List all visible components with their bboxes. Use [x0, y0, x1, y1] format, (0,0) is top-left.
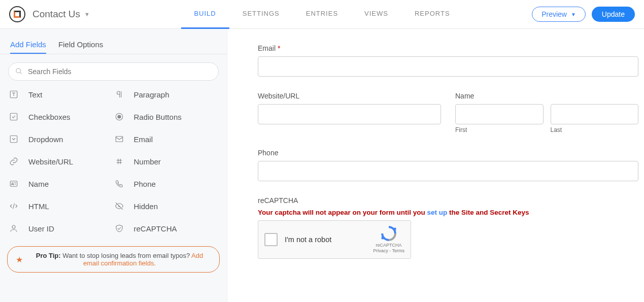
- svg-point-7: [118, 115, 121, 118]
- field-type-url[interactable]: Website/URL: [8, 156, 114, 167]
- field-type-hidden[interactable]: Hidden: [114, 200, 219, 212]
- tab-reports[interactable]: REPORTS: [401, 0, 463, 29]
- field-type-number[interactable]: Number: [114, 156, 219, 167]
- tab-settings[interactable]: SETTINGS: [229, 0, 293, 29]
- field-type-paragraph[interactable]: Paragraph: [114, 89, 219, 100]
- first-name-input[interactable]: [455, 104, 544, 124]
- email-icon: [114, 133, 125, 145]
- field-recaptcha[interactable]: reCAPTCHA Your captcha will not appear o…: [258, 196, 638, 259]
- field-website[interactable]: Website/URL: [258, 92, 441, 133]
- field-type-dropdown[interactable]: Dropdown: [8, 133, 114, 145]
- svg-rect-9: [116, 137, 123, 142]
- field-type-text[interactable]: Text: [8, 89, 114, 100]
- sidebar-tab-add-fields[interactable]: Add Fields: [10, 36, 46, 54]
- email-input[interactable]: [258, 56, 638, 77]
- protip-box: ★ Pro Tip: Want to stop losing leads fro…: [7, 246, 220, 273]
- field-phone[interactable]: Phone: [258, 149, 638, 181]
- caret-down-icon: ▼: [84, 11, 90, 17]
- svg-point-15: [12, 183, 13, 184]
- checkbox-icon: [8, 111, 19, 122]
- phone-input[interactable]: [258, 161, 638, 181]
- field-type-checkbox[interactable]: Checkboxes: [8, 111, 114, 122]
- svg-rect-8: [10, 136, 17, 143]
- field-name[interactable]: Name First Last: [455, 92, 638, 133]
- star-icon: ★: [16, 255, 23, 264]
- number-icon: [114, 156, 125, 167]
- svg-line-1: [20, 72, 21, 74]
- svg-rect-5: [10, 113, 17, 120]
- search-icon: [15, 68, 23, 77]
- caret-down-icon: ▼: [571, 12, 576, 17]
- phone-icon: [114, 178, 125, 189]
- tab-entries[interactable]: ENTRIES: [293, 0, 351, 29]
- svg-rect-14: [10, 181, 17, 187]
- hidden-icon: [114, 200, 125, 212]
- setup-link[interactable]: set up: [427, 209, 448, 216]
- dropdown-icon: [8, 133, 19, 145]
- svg-point-19: [12, 225, 15, 228]
- field-type-radio[interactable]: Radio Buttons: [114, 111, 219, 122]
- recaptcha-checkbox[interactable]: [264, 233, 278, 246]
- form-name-dropdown[interactable]: Contact Us ▼: [32, 9, 90, 20]
- tab-build[interactable]: BUILD: [181, 0, 229, 29]
- recaptcha-logo: reCAPTCHA Privacy - Terms: [373, 225, 404, 254]
- field-type-shield[interactable]: reCAPTCHA: [114, 223, 219, 234]
- svg-line-18: [13, 204, 15, 209]
- last-name-input[interactable]: [551, 104, 639, 124]
- name-icon: [8, 178, 19, 189]
- preview-button[interactable]: Preview ▼: [532, 7, 586, 22]
- svg-point-0: [16, 69, 21, 73]
- tab-views[interactable]: VIEWS: [351, 0, 401, 29]
- field-type-user[interactable]: User ID: [8, 223, 114, 234]
- field-email[interactable]: Email *: [258, 44, 638, 77]
- field-type-phone[interactable]: Phone: [114, 178, 219, 189]
- required-mark: *: [278, 44, 280, 52]
- url-icon: [8, 156, 19, 167]
- html-icon: [8, 200, 19, 212]
- field-type-name[interactable]: Name: [8, 178, 114, 189]
- form-name-label: Contact Us: [32, 9, 80, 20]
- field-type-email[interactable]: Email: [114, 133, 219, 145]
- text-icon: [8, 89, 19, 100]
- recaptcha-warning: Your captcha will not appear on your for…: [258, 209, 638, 216]
- sidebar-tab-field-options[interactable]: Field Options: [58, 36, 103, 54]
- field-type-html[interactable]: HTML: [8, 200, 114, 212]
- app-logo[interactable]: [9, 6, 25, 22]
- paragraph-icon: [114, 89, 125, 100]
- website-input[interactable]: [258, 104, 441, 124]
- radio-icon: [114, 111, 125, 122]
- user-icon: [8, 223, 19, 234]
- recaptcha-widget[interactable]: I'm not a robot reCAPTCHA Privacy - Term…: [258, 220, 411, 259]
- update-button[interactable]: Update: [592, 7, 635, 22]
- search-input[interactable]: [8, 62, 219, 81]
- shield-icon: [114, 223, 125, 234]
